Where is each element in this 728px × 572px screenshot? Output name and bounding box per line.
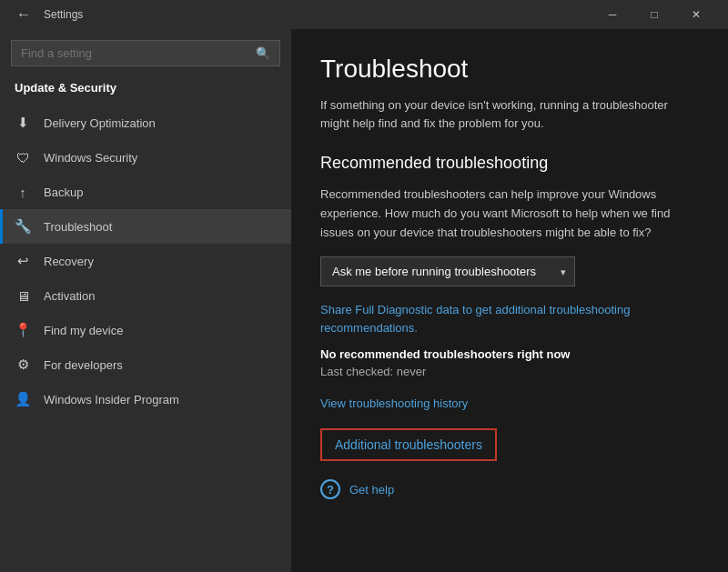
sidebar-item-recovery[interactable]: ↩Recovery xyxy=(0,244,291,278)
get-help-label: Get help xyxy=(349,483,394,497)
sidebar-item-windows-security[interactable]: 🛡Windows Security xyxy=(0,140,291,175)
last-checked-status: Last checked: never xyxy=(320,365,699,378)
sidebar-item-label-find-my-device: Find my device xyxy=(44,324,123,337)
sidebar-item-troubleshoot[interactable]: 🔧Troubleshoot xyxy=(0,209,291,244)
title-bar-title: Settings xyxy=(44,8,592,21)
find-my-device-icon: 📍 xyxy=(15,322,31,338)
dropdown-container: Ask me before running troubleshooters ▾ xyxy=(320,256,699,286)
troubleshooter-dropdown[interactable]: Ask me before running troubleshooters xyxy=(320,256,575,286)
windows-insider-icon: 👤 xyxy=(15,391,31,407)
dropdown-wrapper[interactable]: Ask me before running troubleshooters ▾ xyxy=(320,256,575,286)
sidebar-item-windows-insider[interactable]: 👤Windows Insider Program xyxy=(0,382,291,416)
sidebar-item-backup[interactable]: ↑Backup xyxy=(0,175,291,209)
maximize-button[interactable]: □ xyxy=(633,0,675,29)
close-icon: ✕ xyxy=(692,8,701,21)
maximize-icon: □ xyxy=(651,8,657,21)
view-history-link[interactable]: View troubleshooting history xyxy=(320,396,699,410)
close-button[interactable]: ✕ xyxy=(675,0,717,29)
sidebar-section-title: Update & Security xyxy=(0,74,291,105)
recommended-desc: Recommended troubleshooters can help imp… xyxy=(320,186,699,242)
page-subtitle: If something on your device isn't workin… xyxy=(320,96,699,132)
activation-icon: 🖥 xyxy=(15,287,31,304)
sidebar-item-label-windows-security: Windows Security xyxy=(44,151,137,165)
back-button[interactable]: ← xyxy=(11,2,36,27)
back-icon: ← xyxy=(16,6,31,23)
sidebar-item-activation[interactable]: 🖥Activation xyxy=(0,278,291,313)
recommended-heading: Recommended troubleshooting xyxy=(320,154,699,173)
sidebar-item-label-for-developers: For developers xyxy=(44,358,123,372)
sidebar-items: ⬇Delivery Optimization🛡Windows Security↑… xyxy=(0,105,291,416)
minimize-button[interactable]: ─ xyxy=(592,0,633,29)
sidebar-item-find-my-device[interactable]: 📍Find my device xyxy=(0,313,291,347)
for-developers-icon: ⚙ xyxy=(15,356,31,373)
sidebar: 🔍 Update & Security ⬇Delivery Optimizati… xyxy=(0,29,291,572)
sidebar-item-delivery-optimization[interactable]: ⬇Delivery Optimization xyxy=(0,105,291,140)
get-help-icon: ? xyxy=(320,479,340,499)
window-controls: ─ □ ✕ xyxy=(592,0,717,29)
sidebar-item-label-backup: Backup xyxy=(44,186,83,199)
recovery-icon: ↩ xyxy=(15,253,31,269)
title-bar: ← Settings ─ □ ✕ xyxy=(0,0,728,29)
no-recommended-status: No recommended troubleshooters right now xyxy=(320,347,699,361)
search-box[interactable]: 🔍 xyxy=(11,40,280,66)
main-layout: 🔍 Update & Security ⬇Delivery Optimizati… xyxy=(0,29,728,572)
search-input[interactable] xyxy=(21,46,248,60)
backup-icon: ↑ xyxy=(15,184,31,200)
sidebar-item-label-recovery: Recovery xyxy=(44,255,94,268)
sidebar-item-label-troubleshoot: Troubleshoot xyxy=(44,220,112,234)
troubleshoot-icon: 🔧 xyxy=(15,218,31,235)
sidebar-item-label-delivery-optimization: Delivery Optimization xyxy=(44,116,156,130)
page-title: Troubleshoot xyxy=(320,55,699,84)
windows-security-icon: 🛡 xyxy=(15,149,31,166)
diagnostic-link[interactable]: Share Full Diagnostic data to get additi… xyxy=(320,301,699,336)
sidebar-item-for-developers[interactable]: ⚙For developers xyxy=(0,347,291,382)
additional-troubleshooters-button[interactable]: Additional troubleshooters xyxy=(320,428,497,461)
sidebar-item-label-windows-insider: Windows Insider Program xyxy=(44,393,179,406)
content-area: Troubleshoot If something on your device… xyxy=(291,29,728,572)
get-help-row[interactable]: ? Get help xyxy=(320,479,699,499)
minimize-icon: ─ xyxy=(609,8,617,21)
search-icon: 🔍 xyxy=(256,46,270,60)
sidebar-item-label-activation: Activation xyxy=(44,289,95,303)
delivery-optimization-icon: ⬇ xyxy=(15,115,31,131)
